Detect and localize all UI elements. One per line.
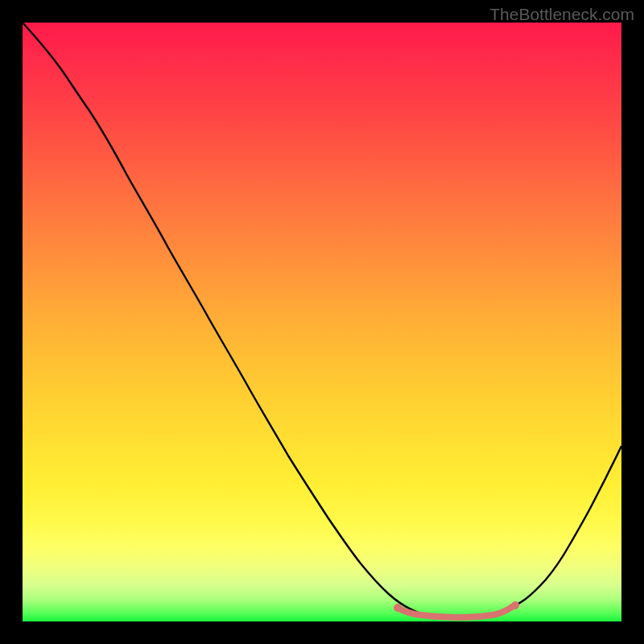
curve-svg — [23, 23, 621, 621]
marker-dot-left — [394, 604, 402, 612]
marker-dot-right — [511, 601, 519, 609]
optimal-region-marker — [398, 607, 512, 617]
bottleneck-curve-line — [23, 23, 621, 618]
plot-area — [23, 23, 621, 621]
watermark-text: TheBottleneck.com — [489, 5, 634, 24]
